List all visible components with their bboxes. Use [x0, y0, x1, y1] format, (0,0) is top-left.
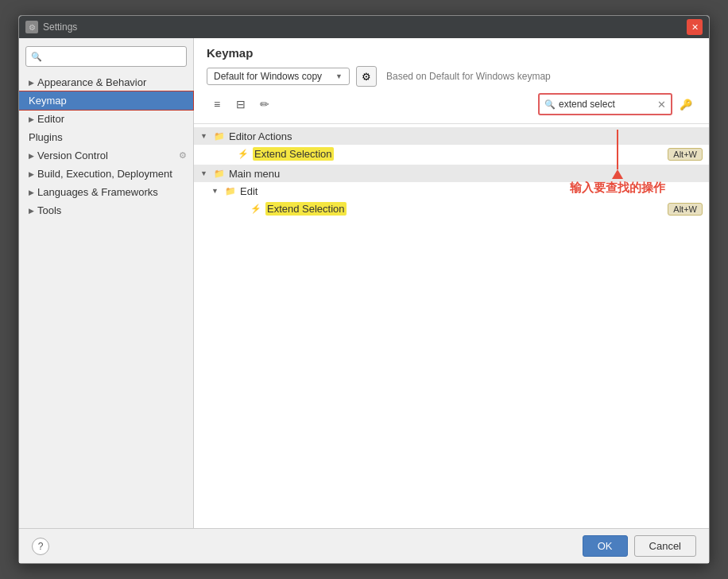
keymap-dropdown[interactable]: Default for Windows copy ▼ — [207, 68, 350, 85]
sidebar-item-label: Languages & Frameworks — [37, 186, 158, 198]
editor-actions-label: Editor Actions — [229, 130, 292, 142]
sidebar-item-appearance[interactable]: ▶ Appearance & Behavior — [19, 73, 193, 91]
tree-row-extend-selection-1[interactable]: ⚡ Extend Selection Alt+W — [194, 145, 709, 163]
chevron-icon: ▶ — [29, 115, 34, 123]
window-title: Settings — [43, 21, 77, 33]
chevron-icon: ▶ — [29, 170, 34, 178]
tree-section-editor-actions: ▼ 📁 Editor Actions ⚡ Extend Selection Al… — [194, 127, 709, 163]
based-on-label: Based on Default for Windows keymap — [386, 71, 551, 82]
search-icon: 🔍 — [544, 99, 556, 110]
folder-icon: 📁 — [213, 130, 226, 142]
app-icon: ⚙ — [25, 21, 38, 33]
sidebar-item-label: Version Control — [37, 150, 108, 161]
sidebar-item-build[interactable]: ▶ Build, Execution, Deployment — [19, 165, 193, 183]
keymap-dropdown-label: Default for Windows copy — [214, 71, 322, 82]
main-panel: Keymap Default for Windows copy ▼ ⚙ Base… — [194, 38, 709, 528]
main-menu-label: Main menu — [229, 168, 280, 180]
action-icon: ⚡ — [237, 148, 250, 161]
sidebar-item-keymap[interactable]: Keymap — [19, 91, 193, 110]
collapse-all-button[interactable]: ⊟ — [230, 94, 251, 115]
expand-icon: ▼ — [200, 132, 211, 140]
gear-icon: ⚙ — [179, 150, 187, 161]
action-icon: ⚡ — [250, 203, 262, 216]
sidebar-item-tools[interactable]: ▶ Tools — [19, 201, 193, 220]
extend-selection-1-label: Extend Selection — [253, 147, 334, 161]
tree-section-main-menu: ▼ 📁 Main menu ▼ 📁 Edit ⚡ — [194, 165, 709, 218]
keymap-settings-button[interactable]: ⚙ — [356, 66, 377, 87]
sidebar-item-editor[interactable]: ▶ Editor — [19, 110, 193, 128]
folder-icon: 📁 — [224, 185, 237, 197]
folder-icon: 📁 — [213, 167, 226, 180]
tree-area: ▼ 📁 Editor Actions ⚡ Extend Selection Al… — [194, 124, 709, 528]
tree-row-editor-actions-header[interactable]: ▼ 📁 Editor Actions — [194, 127, 709, 145]
sidebar-search-box[interactable]: 🔍 — [25, 46, 187, 67]
keymap-search-input[interactable] — [559, 99, 654, 110]
keymap-search-field[interactable]: 🔍 ✕ — [538, 93, 672, 115]
settings-window: ⚙ Settings ✕ 🔍 ▶ Appearance & Behavior K… — [18, 15, 710, 564]
extend-selection-1-shortcut: Alt+W — [668, 148, 703, 161]
edit-button[interactable]: ✏ — [254, 94, 275, 115]
clear-search-button[interactable]: ✕ — [657, 99, 666, 111]
keymap-toolbar: Default for Windows copy ▼ ⚙ Based on De… — [207, 66, 696, 87]
action-toolbar: ≡ ⊟ ✏ 🔍 ✕ 🔑 — [207, 93, 696, 115]
help-button[interactable]: ? — [32, 538, 49, 555]
titlebar-left: ⚙ Settings — [25, 21, 77, 33]
panel-title: Keymap — [207, 46, 696, 60]
close-button[interactable]: ✕ — [687, 19, 703, 35]
titlebar: ⚙ Settings ✕ — [19, 16, 709, 38]
chevron-icon: ▶ — [29, 152, 34, 160]
sidebar-item-label: Tools — [37, 204, 61, 216]
sidebar-item-vcs[interactable]: ▶ Version Control ⚙ — [19, 146, 193, 165]
expand-icon: ▼ — [211, 187, 223, 195]
extend-selection-2-shortcut: Alt+W — [668, 203, 703, 216]
content-area: 🔍 ▶ Appearance & Behavior Keymap ▶ Edito… — [19, 38, 709, 528]
cancel-button[interactable]: Cancel — [634, 535, 696, 557]
sidebar-item-label: Plugins — [29, 131, 63, 143]
edit-group-label: Edit — [240, 185, 258, 197]
sidebar-item-languages[interactable]: ▶ Languages & Frameworks — [19, 183, 193, 201]
sidebar: 🔍 ▶ Appearance & Behavior Keymap ▶ Edito… — [19, 38, 194, 528]
sidebar-item-label: Keymap — [29, 95, 67, 107]
sidebar-item-label: Appearance & Behavior — [37, 76, 146, 88]
sidebar-item-plugins[interactable]: Plugins — [19, 128, 193, 146]
bottom-buttons: OK Cancel — [583, 535, 696, 557]
chevron-icon: ▶ — [29, 79, 34, 87]
main-panel-wrapper: Keymap Default for Windows copy ▼ ⚙ Base… — [194, 38, 709, 528]
gear-icon: ⚙ — [362, 71, 371, 83]
sidebar-search-icon: 🔍 — [31, 52, 42, 62]
tree-row-edit-group[interactable]: ▼ 📁 Edit — [194, 182, 709, 200]
tree-row-main-menu-header[interactable]: ▼ 📁 Main menu — [194, 165, 709, 182]
sidebar-search-input[interactable] — [45, 51, 181, 62]
chevron-icon: ▶ — [29, 188, 34, 196]
chevron-icon: ▶ — [29, 207, 34, 215]
ok-button[interactable]: OK — [583, 535, 628, 557]
dropdown-arrow-icon: ▼ — [335, 72, 343, 80]
extend-selection-2-label: Extend Selection — [265, 202, 347, 216]
find-by-shortcut-button[interactable]: 🔑 — [676, 94, 696, 115]
panel-header: Keymap Default for Windows copy ▼ ⚙ Base… — [194, 38, 709, 124]
sidebar-item-label: Build, Execution, Deployment — [37, 168, 172, 180]
sidebar-item-label: Editor — [37, 113, 64, 125]
expand-all-button[interactable]: ≡ — [207, 94, 227, 115]
expand-icon: ▼ — [200, 169, 211, 177]
bottom-bar: ? OK Cancel — [19, 528, 709, 563]
tree-row-extend-selection-2[interactable]: ⚡ Extend Selection Alt+W — [194, 200, 709, 218]
